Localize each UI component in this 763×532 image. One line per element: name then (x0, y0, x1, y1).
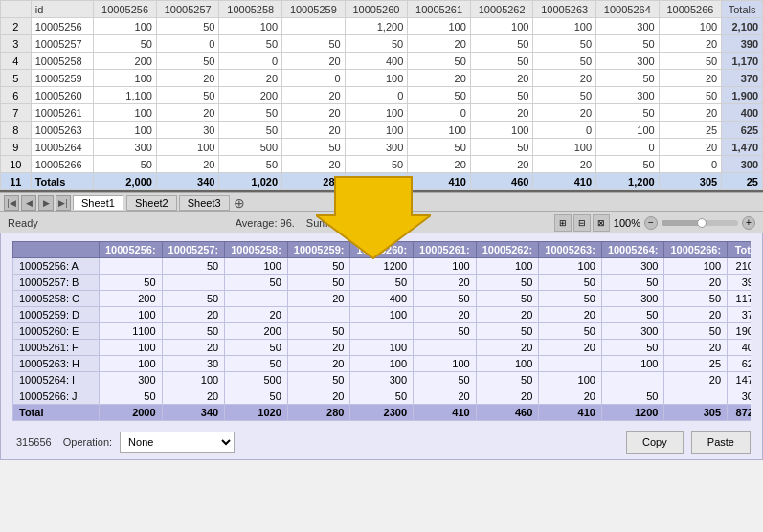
cell[interactable]: 50 (408, 87, 471, 104)
cell[interactable]: 10005258 (31, 53, 94, 70)
cell[interactable]: 10005257 (31, 35, 94, 53)
col-header-h[interactable]: 10005262 (470, 1, 533, 18)
cell-total[interactable]: 370 (722, 70, 763, 87)
cell[interactable]: 30 (156, 122, 219, 139)
sheet-tab-sheet3[interactable]: Sheet3 (179, 195, 230, 211)
copy-button[interactable]: Copy (626, 431, 684, 454)
col-header-b[interactable]: 10005256 (94, 1, 157, 18)
cell[interactable]: 100 (94, 70, 157, 87)
cell[interactable]: 20 (408, 35, 471, 53)
sheet-nav-prev[interactable]: ◀ (21, 195, 36, 211)
cell[interactable]: 20 (219, 70, 282, 87)
cell[interactable]: 50 (470, 53, 533, 70)
cell[interactable]: 20 (156, 104, 219, 122)
cell[interactable]: 100 (659, 18, 722, 35)
operation-select[interactable]: None Sum Average Count (120, 432, 235, 453)
cell[interactable]: 50 (282, 139, 346, 156)
cell[interactable]: 100 (345, 122, 408, 139)
cell[interactable]: 10005261 (31, 104, 94, 122)
cell[interactable]: 50 (408, 139, 471, 156)
cell[interactable]: 300 (596, 18, 660, 35)
zoom-slider-thumb[interactable] (697, 218, 707, 228)
cell[interactable]: 20 (659, 104, 722, 122)
cell[interactable]: 0 (282, 70, 346, 87)
col-header-j[interactable]: 10005264 (596, 1, 660, 18)
add-sheet-button[interactable]: ⊕ (232, 195, 247, 211)
cell[interactable]: 50 (94, 35, 157, 53)
cell[interactable]: 200 (219, 87, 282, 104)
cell[interactable]: 50 (219, 156, 282, 173)
cell[interactable]: 10005266 (31, 156, 94, 173)
cell[interactable]: 100 (94, 122, 157, 139)
cell[interactable]: 100 (533, 18, 596, 35)
col-header-a[interactable]: id (31, 1, 94, 18)
cell[interactable]: 50 (596, 104, 660, 122)
cell[interactable] (282, 18, 346, 35)
cell[interactable]: 20 (533, 156, 596, 173)
cell[interactable]: 20 (470, 156, 533, 173)
cell[interactable]: 100 (408, 122, 471, 139)
cell[interactable]: 50 (659, 87, 722, 104)
cell[interactable]: 50 (94, 156, 157, 173)
cell[interactable]: 20 (282, 104, 346, 122)
cell[interactable]: 50 (596, 35, 660, 53)
cell[interactable]: 10005260 (31, 87, 94, 104)
cell[interactable]: 20 (408, 70, 471, 87)
cell[interactable]: 100 (345, 104, 408, 122)
zoom-slider-track[interactable] (662, 220, 738, 226)
cell[interactable]: 50 (533, 53, 596, 70)
sheet-tab-sheet1[interactable]: Sheet1 (73, 195, 123, 210)
cell[interactable]: 50 (470, 139, 533, 156)
cell[interactable]: 0 (596, 139, 660, 156)
sheet-nav-next[interactable]: ▶ (38, 195, 54, 211)
cell[interactable]: 500 (219, 139, 282, 156)
cell[interactable]: 50 (282, 35, 346, 53)
cell[interactable]: 50 (533, 35, 596, 53)
cell[interactable]: 20 (470, 70, 533, 87)
cell[interactable]: 100 (345, 70, 408, 87)
cell[interactable]: 100 (408, 18, 471, 35)
cell[interactable]: 20 (282, 53, 346, 70)
normal-view-button[interactable]: ⊞ (554, 214, 572, 232)
cell[interactable]: 50 (156, 18, 219, 35)
cell[interactable]: 0 (219, 53, 282, 70)
cell[interactable]: 50 (408, 53, 471, 70)
cell[interactable]: 100 (596, 122, 660, 139)
cell[interactable]: 25 (659, 122, 722, 139)
cell[interactable]: 20 (533, 104, 596, 122)
sheet-tab-sheet2[interactable]: Sheet2 (126, 195, 177, 211)
cell[interactable]: 100 (470, 18, 533, 35)
cell[interactable]: 20 (659, 70, 722, 87)
sheet-nav-last[interactable]: ▶| (56, 195, 71, 211)
cell-total[interactable]: 300 (722, 156, 763, 173)
cell[interactable]: 50 (533, 87, 596, 104)
col-header-g[interactable]: 10005261 (408, 1, 471, 18)
cell[interactable]: 10005259 (31, 70, 94, 87)
zoom-in-icon[interactable]: + (742, 216, 755, 230)
sheet-nav-first[interactable]: |◀ (4, 195, 19, 211)
cell[interactable]: 0 (156, 35, 219, 53)
cell-total[interactable]: 2,100 (722, 18, 763, 35)
cell-total[interactable]: 390 (722, 35, 763, 53)
col-header-f[interactable]: 10005260 (345, 1, 408, 18)
cell[interactable]: 100 (94, 104, 157, 122)
cell[interactable]: 20 (282, 122, 346, 139)
cell[interactable]: 300 (596, 53, 660, 70)
col-header-i[interactable]: 10005263 (533, 1, 596, 18)
cell[interactable]: 20 (659, 139, 722, 156)
cell[interactable]: 50 (345, 35, 408, 53)
cell-total[interactable]: 1,900 (722, 87, 763, 104)
cell[interactable]: 50 (659, 53, 722, 70)
cell[interactable]: 10005263 (31, 122, 94, 139)
cell[interactable]: 100 (219, 18, 282, 35)
cell[interactable]: 20 (282, 87, 346, 104)
cell[interactable]: 10005264 (31, 139, 94, 156)
cell[interactable]: 50 (156, 87, 219, 104)
cell[interactable]: 50 (156, 53, 219, 70)
cell-total[interactable]: 400 (722, 104, 763, 122)
page-layout-button[interactable]: ⊟ (573, 214, 591, 232)
col-header-c[interactable]: 10005257 (156, 1, 219, 18)
cell-total[interactable]: 1,170 (722, 53, 763, 70)
cell[interactable]: 1,100 (94, 87, 157, 104)
cell[interactable]: 20 (470, 104, 533, 122)
